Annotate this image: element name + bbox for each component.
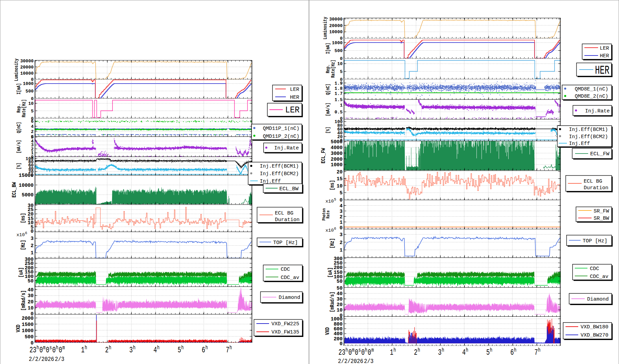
svg-text:h: h: [466, 347, 468, 353]
svg-text:10: 10: [28, 101, 34, 106]
svg-text:h: h: [417, 347, 420, 353]
svg-text:6: 6: [334, 227, 336, 231]
svg-text:s: s: [359, 347, 361, 353]
svg-text:HER: HER: [290, 95, 299, 100]
svg-text:3: 3: [129, 346, 133, 355]
svg-text:x10: x10: [326, 228, 334, 233]
svg-text:23: 23: [339, 348, 345, 357]
svg-text:30000: 30000: [329, 17, 342, 22]
svg-text:h: h: [345, 347, 348, 353]
svg-text:SR_BW: SR_BW: [594, 216, 609, 221]
svg-text:4: 4: [340, 203, 343, 209]
svg-text:6: 6: [25, 231, 27, 235]
svg-text:100: 100: [335, 119, 343, 124]
svg-text:0: 0: [340, 225, 343, 231]
svg-text:m: m: [43, 344, 45, 351]
svg-text:Q[nC]: Q[nC]: [16, 122, 22, 133]
svg-text:10: 10: [337, 61, 343, 66]
svg-text:1.7: 1.7: [335, 91, 342, 96]
svg-text:Rate: Rate: [325, 210, 330, 219]
svg-text:QMD11P_2(nC): QMD11P_2(nC): [263, 134, 300, 139]
svg-text:200: 200: [333, 336, 342, 342]
svg-text:CDC: CDC: [590, 266, 599, 272]
svg-text:10000: 10000: [19, 183, 34, 188]
svg-text:2000: 2000: [331, 157, 343, 162]
svg-text:7: 7: [226, 346, 229, 355]
svg-text:Inj.Eff(BCM2): Inj.Eff(BCM2): [569, 134, 608, 139]
svg-text:10: 10: [337, 183, 342, 189]
svg-text:5: 5: [340, 69, 343, 74]
svg-text:VXD: VXD: [15, 325, 22, 332]
svg-text:3: 3: [340, 232, 343, 238]
svg-text:5: 5: [334, 197, 336, 202]
svg-text:ECL_BW: ECL_BW: [279, 186, 299, 192]
svg-text:[mRad/s]: [mRad/s]: [20, 290, 26, 311]
svg-text:m: m: [62, 344, 65, 351]
svg-text:20: 20: [28, 299, 34, 305]
svg-text:Q[nC]: Q[nC]: [325, 84, 331, 95]
svg-text:VXD_FW135: VXD_FW135: [271, 329, 299, 335]
svg-text:HER: HER: [595, 63, 609, 77]
svg-text:LER: LER: [285, 105, 300, 115]
svg-text:[Hz]: [Hz]: [329, 238, 335, 248]
svg-text:6: 6: [31, 119, 34, 124]
svg-text:500: 500: [25, 334, 34, 340]
svg-text:ECL_BW: ECL_BW: [11, 182, 17, 197]
svg-text:h: h: [37, 344, 39, 351]
svg-text:h: h: [181, 344, 184, 351]
svg-text:0: 0: [340, 341, 343, 347]
svg-text:0: 0: [31, 96, 34, 101]
svg-text:1000: 1000: [331, 316, 343, 322]
svg-text:0.5: 0.5: [335, 110, 343, 115]
svg-text:2000: 2000: [22, 316, 34, 321]
svg-text:2: 2: [340, 214, 343, 220]
svg-text:20000: 20000: [329, 23, 342, 28]
svg-text:[uA]: [uA]: [327, 267, 333, 278]
svg-text:300: 300: [25, 257, 34, 262]
svg-text:30000: 30000: [20, 59, 34, 64]
svg-text:h: h: [442, 347, 444, 353]
svg-text:SR_FW: SR_FW: [594, 208, 609, 214]
svg-text:6: 6: [202, 346, 205, 355]
svg-text:1.9: 1.9: [335, 81, 343, 86]
svg-text:h: h: [133, 344, 135, 351]
svg-text:[mA/s]: [mA/s]: [325, 102, 331, 116]
svg-text:ECL BG: ECL BG: [584, 179, 602, 184]
svg-text:LER: LER: [290, 87, 299, 93]
svg-text:s: s: [49, 344, 52, 351]
svg-text:2: 2: [105, 346, 109, 355]
svg-text:[mRad/s]: [mRad/s]: [329, 292, 336, 312]
svg-text:6: 6: [510, 348, 514, 357]
svg-text:30: 30: [28, 203, 34, 208]
svg-text:m: m: [352, 347, 354, 353]
svg-text:2/2/2026: 2/2/2026: [29, 356, 54, 363]
svg-text:0: 0: [59, 346, 62, 355]
svg-text:50: 50: [337, 286, 342, 291]
svg-text:15: 15: [337, 176, 342, 182]
svg-text:[Hz]: [Hz]: [20, 240, 26, 250]
svg-text:0: 0: [348, 348, 352, 357]
svg-text:1: 1: [340, 220, 343, 225]
svg-text:4: 4: [462, 348, 465, 357]
svg-text:5: 5: [31, 135, 34, 140]
svg-text:0: 0: [340, 197, 343, 203]
svg-text:QMD11P_1(nC): QMD11P_1(nC): [263, 126, 300, 131]
svg-text:Inj.Rate: Inj.Rate: [585, 108, 610, 114]
svg-text:0: 0: [46, 346, 49, 355]
svg-text:ECL_FW: ECL_FW: [320, 148, 326, 163]
svg-text:1: 1: [340, 103, 343, 108]
svg-text:4000: 4000: [331, 145, 343, 150]
svg-text:h: h: [538, 347, 541, 353]
svg-text:23: 23: [29, 346, 36, 355]
svg-text:30: 30: [28, 293, 34, 299]
svg-text:1000: 1000: [332, 40, 342, 46]
svg-text:1000: 1000: [22, 328, 34, 333]
svg-text:h: h: [205, 344, 208, 351]
svg-text:1: 1: [31, 250, 34, 256]
svg-text:Rate[Hz]: Rate[Hz]: [330, 60, 336, 78]
svg-text:Rate[Hz]: Rate[Hz]: [21, 99, 27, 118]
svg-text:Diamond: Diamond: [587, 296, 609, 302]
svg-text:[mA/s]: [mA/s]: [16, 140, 22, 154]
svg-text:4: 4: [31, 124, 34, 129]
svg-text:h: h: [393, 347, 396, 353]
